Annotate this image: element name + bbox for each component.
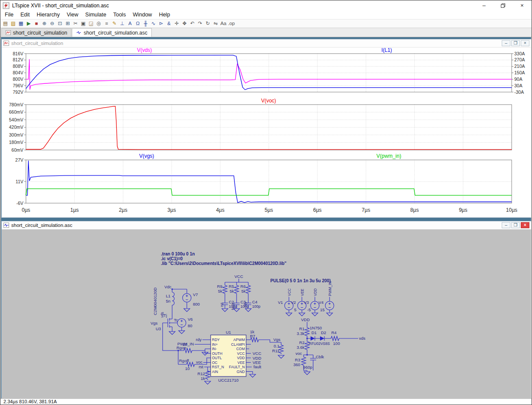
zoom-out-icon[interactable]: ⊖ xyxy=(48,20,56,27)
resistor-r5[interactable] xyxy=(234,284,239,294)
voltage-source-v7[interactable] xyxy=(183,293,191,302)
inductor-icon[interactable]: ∿ xyxy=(150,20,157,27)
open-icon[interactable]: ▨ xyxy=(10,20,17,27)
undo-icon[interactable]: ↶ xyxy=(189,20,196,27)
trace-title[interactable]: V(pwm_in) xyxy=(376,153,401,159)
label-net-icon[interactable]: A xyxy=(126,20,134,27)
y-tick-label-right: 330A xyxy=(514,51,525,56)
ground-icon xyxy=(222,309,228,312)
ground-icon xyxy=(250,374,256,377)
waveform-minimize-button[interactable]: – xyxy=(502,40,510,46)
diode-d1[interactable] xyxy=(311,336,315,341)
tab-short_circuit_simulation.asc[interactable]: short_circuit_simulation.asc xyxy=(72,28,151,37)
minimize-button[interactable]: – xyxy=(474,0,494,10)
ground-icon xyxy=(286,313,292,316)
save-icon[interactable]: ▦ xyxy=(17,20,25,27)
trace-title[interactable]: I(L1) xyxy=(381,48,392,53)
trace-V(pwm_in) xyxy=(26,189,512,195)
v6-value: 80 xyxy=(188,323,192,328)
voltage-source-v3[interactable] xyxy=(311,301,319,310)
v1-value: 5 xyxy=(294,307,296,312)
waveform-plot[interactable]: 816V812V808V804V800V796V792V330A270A210A… xyxy=(2,48,531,217)
rotate-icon[interactable]: ↻ xyxy=(204,20,212,27)
menu-simulate[interactable]: Simulate xyxy=(82,11,110,19)
r6-name: R6 xyxy=(240,284,246,289)
menu-tools[interactable]: Tools xyxy=(110,11,129,19)
waveform-window-titlebar[interactable]: short_circuit_simulation – ❒ × xyxy=(2,39,531,48)
copy-icon[interactable]: ▣ xyxy=(80,20,87,27)
waveform-close-button[interactable]: × xyxy=(521,40,529,46)
zoom-full-icon[interactable]: ⊞ xyxy=(64,20,71,27)
menu-view[interactable]: View xyxy=(63,11,82,19)
schematic-canvas[interactable]: .tran 0 100u 0 1n .ic v(C1)=0 .lib "C:\U… xyxy=(2,230,531,399)
inductor-l1[interactable] xyxy=(172,292,174,305)
print-icon[interactable]: ≡ xyxy=(103,20,110,27)
resistor-r12[interactable] xyxy=(205,370,210,380)
waveform-window-icon xyxy=(3,41,9,46)
trace-title[interactable]: V(vds) xyxy=(137,48,152,53)
spice-directive-lib[interactable]: .lib "C:\Users\2\Documents\LTspiceXVII\l… xyxy=(161,261,287,266)
diode-d2[interactable] xyxy=(320,336,324,341)
new-schematic-icon[interactable]: ▤ xyxy=(2,20,9,27)
waveform-restore-button[interactable]: ❒ xyxy=(511,40,520,46)
schematic-close-button[interactable]: × xyxy=(521,222,529,228)
spice-directive-tran[interactable]: .tran 0 100u 0 1n xyxy=(161,252,195,256)
y-tick-label-right: 270A xyxy=(514,57,525,62)
pin-label: OC xyxy=(212,360,218,365)
r5-name: R5 xyxy=(229,284,234,289)
zoom-area-icon[interactable]: ⊡ xyxy=(56,20,64,27)
app-icon xyxy=(3,2,10,9)
menu-file[interactable]: File xyxy=(1,11,17,19)
tab-short_circuit_simulation[interactable]: short_circuit_simulation xyxy=(1,28,71,37)
spice-directive-icon[interactable]: .op xyxy=(228,20,235,27)
capacitor-cblk[interactable] xyxy=(310,355,316,364)
menu-help[interactable]: Help xyxy=(155,11,173,19)
resistor-r11[interactable] xyxy=(279,344,283,354)
spice-directive-ic[interactable]: .ic v(C1)=0 xyxy=(161,256,183,261)
menu-hierarchy[interactable]: Hierarchy xyxy=(33,11,64,19)
diode-icon[interactable]: ⊳ xyxy=(157,20,165,27)
junction xyxy=(306,338,308,339)
paste-icon[interactable]: ◲ xyxy=(87,20,95,27)
r11-value: 0.1 xyxy=(274,344,279,348)
resistor-icon[interactable]: Ω xyxy=(134,20,141,27)
capacitor-icon[interactable]: ╫ xyxy=(142,20,149,27)
schematic-minimize-button[interactable]: – xyxy=(502,222,510,228)
trace-title[interactable]: V(vgs) xyxy=(139,153,154,159)
redo-icon[interactable]: ↷ xyxy=(196,20,204,27)
halt-icon[interactable]: ■ xyxy=(33,20,40,27)
drag-icon[interactable]: ✥ xyxy=(181,20,188,27)
y-tick-label: 11V xyxy=(16,179,23,184)
net-label-vdc: Vdc xyxy=(164,284,172,289)
voltage-source-v4[interactable] xyxy=(325,301,334,310)
resistor-r4[interactable] xyxy=(330,336,340,341)
close-button[interactable]: × xyxy=(513,0,532,10)
resistor-r1[interactable] xyxy=(305,326,309,337)
net-label-rst: rst xyxy=(199,364,203,369)
component-icon[interactable]: & xyxy=(165,20,173,27)
y-tick-label: 812V xyxy=(13,57,23,62)
y-tick-label: 808V xyxy=(13,64,23,69)
resistor-r9[interactable] xyxy=(223,284,227,294)
cut-icon[interactable]: ✂ xyxy=(72,20,79,27)
l1-name: L1 xyxy=(166,293,170,298)
schematic-window-title: short_circuit_simulation.asc xyxy=(11,223,72,228)
zoom-in-icon[interactable]: ⊕ xyxy=(41,20,48,27)
voltage-source-v6[interactable] xyxy=(177,319,186,327)
r12-name: R12 xyxy=(198,371,205,376)
schematic-window-titlebar[interactable]: short_circuit_simulation.asc – ❒ × xyxy=(2,221,531,230)
mosfet-symbol[interactable] xyxy=(168,318,170,328)
move-icon[interactable]: ✛ xyxy=(173,20,180,27)
trace-title[interactable]: V(voc) xyxy=(261,98,276,104)
ground-icon[interactable]: ⊥ xyxy=(119,20,126,27)
text-icon[interactable]: Aa xyxy=(220,20,227,27)
run-icon[interactable]: ▶ xyxy=(25,20,32,27)
menu-edit[interactable]: Edit xyxy=(17,11,33,19)
wire-icon[interactable]: ✎ xyxy=(111,20,118,27)
find-icon[interactable]: ◎ xyxy=(95,20,103,27)
menu-window[interactable]: Window xyxy=(129,11,155,19)
restore-button[interactable] xyxy=(494,0,513,10)
resistor-r6[interactable] xyxy=(246,284,250,294)
mirror-icon[interactable]: ⇋ xyxy=(212,20,219,27)
schematic-restore-button[interactable]: ❒ xyxy=(511,222,520,228)
